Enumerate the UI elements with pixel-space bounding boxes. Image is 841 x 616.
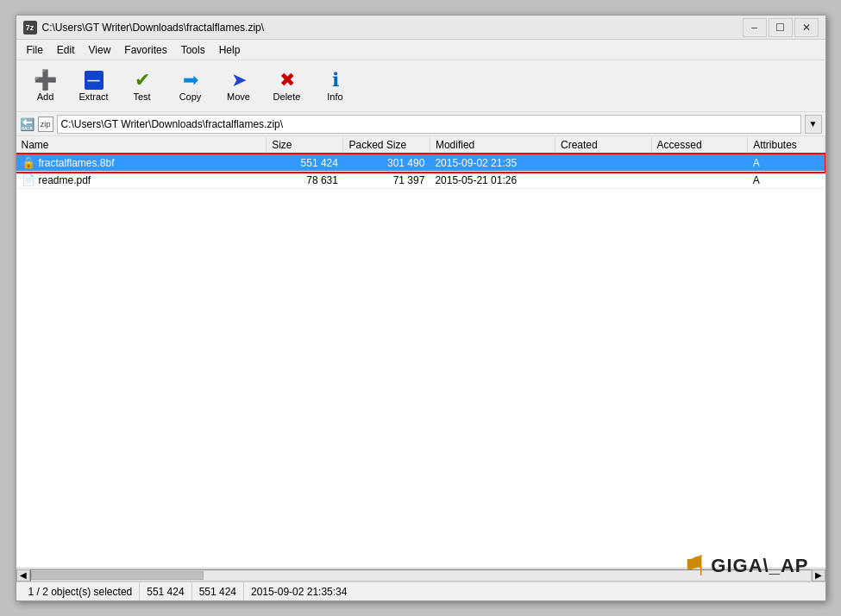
move-label: Move xyxy=(227,91,250,102)
info-label: Info xyxy=(327,91,342,102)
app-icon: 7z xyxy=(23,21,37,35)
test-label: Test xyxy=(133,91,150,102)
address-bar: 🔙 zip ▼ xyxy=(16,112,825,136)
file-attributes: A xyxy=(748,172,825,189)
status-date: 2015-09-02 21:35:34 xyxy=(244,582,819,600)
file-size: 551 424 xyxy=(267,154,343,172)
close-button[interactable]: ✕ xyxy=(794,18,819,37)
col-header-name[interactable]: Name xyxy=(16,136,267,154)
main-window: 7z C:\Users\GT Writer\Downloads\fractalf… xyxy=(16,15,826,601)
column-headers: Name Size Packed Size Modified Created A… xyxy=(16,136,825,154)
delete-icon: ✖ xyxy=(279,71,295,90)
title-bar: 7z C:\Users\GT Writer\Downloads\fractalf… xyxy=(16,16,825,40)
toolbar: ➕ Add — Extract ✔ Test ➡ Copy ➤ Move ✖ D… xyxy=(16,60,825,112)
file-icon: 📄 xyxy=(22,173,35,186)
file-icon: 🔒 xyxy=(22,156,35,169)
copy-button[interactable]: ➡ Copy xyxy=(168,64,213,109)
file-size: 78 631 xyxy=(267,172,343,189)
info-icon: ℹ xyxy=(332,71,339,90)
menu-favorites[interactable]: Favorites xyxy=(117,42,173,58)
test-button[interactable]: ✔ Test xyxy=(120,64,165,109)
col-header-attributes[interactable]: Attributes xyxy=(748,136,825,154)
file-attributes: A xyxy=(748,154,825,172)
scroll-right-button[interactable]: ▶ xyxy=(812,569,825,581)
menu-help[interactable]: Help xyxy=(212,42,248,58)
extract-button[interactable]: — Extract xyxy=(72,64,116,109)
file-modified: 2015-09-02 21:35 xyxy=(430,154,555,172)
window-controls: – ☐ ✕ xyxy=(743,18,819,37)
status-size: 551 424 xyxy=(140,582,191,600)
menu-view[interactable]: View xyxy=(82,42,118,58)
extract-label: Extract xyxy=(78,91,108,102)
copy-label: Copy xyxy=(179,91,202,102)
file-name: 📄readme.pdf xyxy=(16,172,267,189)
minimize-button[interactable]: – xyxy=(743,18,767,37)
file-accessed xyxy=(651,154,748,172)
file-packed-size: 301 490 xyxy=(343,154,430,172)
add-button[interactable]: ➕ Add xyxy=(23,64,68,109)
move-icon: ➤ xyxy=(231,71,247,90)
zip-icon: zip xyxy=(38,116,53,132)
scroll-left-button[interactable]: ◀ xyxy=(16,569,30,581)
col-header-size[interactable]: Size xyxy=(267,136,343,154)
table-row[interactable]: 📄readme.pdf 78 631 71 397 2015-05-21 01:… xyxy=(16,172,825,189)
delete-button[interactable]: ✖ Delete xyxy=(265,64,310,109)
move-button[interactable]: ➤ Move xyxy=(217,64,261,109)
col-header-modified[interactable]: Modified xyxy=(430,136,555,154)
menu-tools[interactable]: Tools xyxy=(174,42,212,58)
status-selection: 1 / 2 object(s) selected xyxy=(22,582,141,600)
col-header-packed[interactable]: Packed Size xyxy=(343,136,430,154)
table-row[interactable]: 🔒fractalflames.8bf 551 424 301 490 2015-… xyxy=(16,154,825,172)
menu-file[interactable]: File xyxy=(20,42,50,58)
maximize-button[interactable]: ☐ xyxy=(769,18,793,37)
file-created xyxy=(555,154,651,172)
window-title: C:\Users\GT Writer\Downloads\fractalflam… xyxy=(42,22,743,34)
status-packed: 551 424 xyxy=(192,582,244,600)
file-name: 🔒fractalflames.8bf xyxy=(16,154,267,172)
watermark-text: GIGA\_AP xyxy=(711,555,808,577)
status-bar: 1 / 2 object(s) selected 551 424 551 424… xyxy=(16,581,825,600)
delete-label: Delete xyxy=(273,91,301,102)
address-dropdown[interactable]: ▼ xyxy=(805,115,822,134)
copy-icon: ➡ xyxy=(183,71,198,90)
menu-edit[interactable]: Edit xyxy=(50,42,82,58)
info-button[interactable]: ℹ Info xyxy=(313,64,358,109)
test-icon: ✔ xyxy=(135,71,150,90)
add-label: Add xyxy=(37,91,54,102)
file-table: Name Size Packed Size Modified Created A… xyxy=(16,136,825,189)
col-header-created[interactable]: Created xyxy=(555,136,651,154)
file-modified: 2015-05-21 01:26 xyxy=(430,172,555,189)
scroll-thumb[interactable] xyxy=(31,571,204,580)
add-icon: ➕ xyxy=(34,71,57,90)
watermark-icon: ⚑ xyxy=(682,550,707,582)
back-icon[interactable]: 🔙 xyxy=(20,117,35,131)
file-accessed xyxy=(651,172,748,189)
watermark: ⚑ GIGA\_AP xyxy=(682,550,808,582)
menu-bar: File Edit View Favorites Tools Help xyxy=(16,40,825,60)
extract-icon: — xyxy=(85,71,104,90)
file-packed-size: 71 397 xyxy=(343,172,430,189)
col-header-accessed[interactable]: Accessed xyxy=(651,136,748,154)
file-created xyxy=(555,172,651,189)
file-list-area: Name Size Packed Size Modified Created A… xyxy=(16,136,825,568)
address-input[interactable] xyxy=(57,115,801,134)
